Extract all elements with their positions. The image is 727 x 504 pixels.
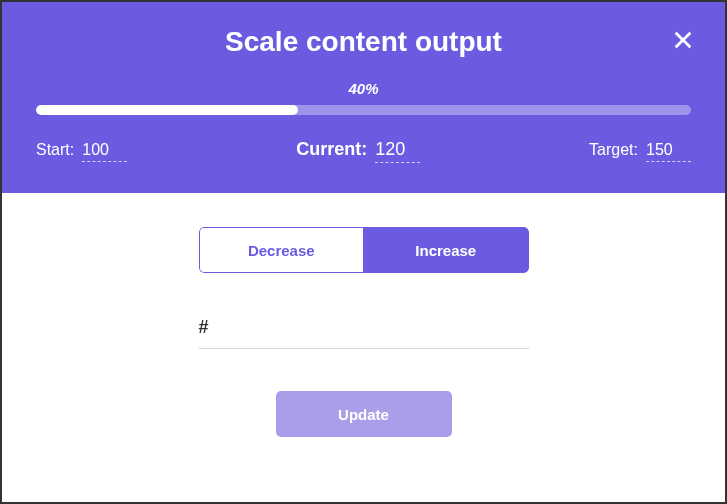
current-label: Current: <box>296 139 367 160</box>
stat-current: Current: <box>296 137 420 163</box>
amount-row: # <box>199 317 529 349</box>
update-button[interactable]: Update <box>276 391 452 437</box>
progress-fill <box>36 105 298 115</box>
increase-toggle[interactable]: Increase <box>363 227 529 273</box>
close-icon <box>672 29 694 51</box>
amount-input[interactable] <box>219 319 529 337</box>
amount-prefix: # <box>199 317 209 338</box>
modal-header: Scale content output 40% Start: Current:… <box>2 2 725 193</box>
stats-row: Start: Current: Target: <box>36 137 691 163</box>
current-input[interactable] <box>375 137 420 163</box>
start-input[interactable] <box>82 139 127 162</box>
start-label: Start: <box>36 141 74 159</box>
toggle-group: Decrease Increase <box>199 227 529 273</box>
scale-content-modal: Scale content output 40% Start: Current:… <box>0 0 727 504</box>
target-input[interactable] <box>646 139 691 162</box>
target-label: Target: <box>589 141 638 159</box>
decrease-toggle[interactable]: Decrease <box>199 227 364 273</box>
close-button[interactable] <box>669 26 697 54</box>
stat-start: Start: <box>36 139 127 162</box>
progress-bar <box>36 105 691 115</box>
modal-title: Scale content output <box>36 26 691 58</box>
stat-target: Target: <box>589 139 691 162</box>
progress-percent: 40% <box>36 80 691 97</box>
modal-body: Decrease Increase # Update <box>2 193 725 502</box>
